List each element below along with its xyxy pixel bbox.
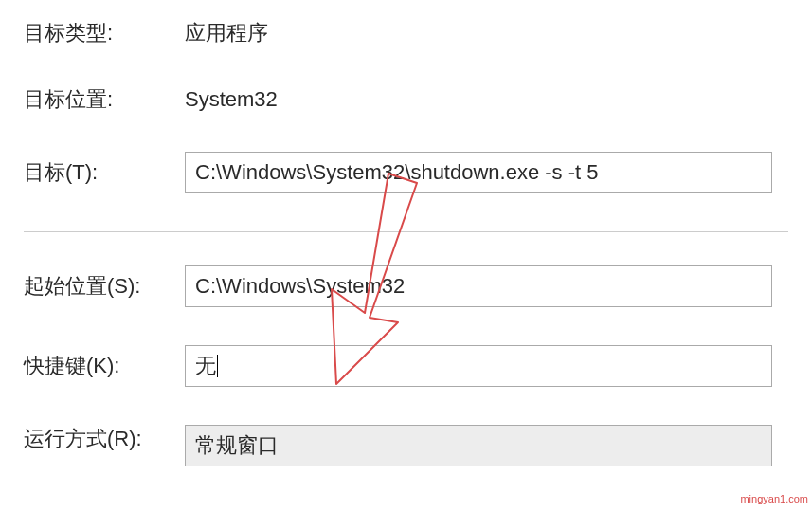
start-in-value: C:\Windows\System32 bbox=[195, 274, 405, 299]
shortcut-key-input[interactable]: 无 bbox=[185, 345, 772, 387]
target-location-row: 目标位置: System32 bbox=[24, 85, 788, 114]
start-in-row: 起始位置(S): C:\Windows\System32 bbox=[24, 265, 788, 307]
run-value: 常规窗口 bbox=[195, 431, 279, 460]
target-label: 目标(T): bbox=[24, 158, 185, 187]
run-row: 运行方式(R): 常规窗口 bbox=[24, 425, 788, 466]
target-location-label: 目标位置: bbox=[24, 85, 185, 114]
target-location-value: System32 bbox=[185, 87, 278, 112]
target-type-row: 目标类型: 应用程序 bbox=[24, 19, 788, 47]
watermark-text: mingyan1.com bbox=[740, 493, 808, 504]
target-value: C:\Windows\System32\shutdown.exe -s -t 5 bbox=[195, 160, 599, 185]
target-type-value: 应用程序 bbox=[185, 19, 268, 47]
start-in-input[interactable]: C:\Windows\System32 bbox=[185, 265, 772, 307]
target-input[interactable]: C:\Windows\System32\shutdown.exe -s -t 5 bbox=[185, 152, 772, 193]
run-label: 运行方式(R): bbox=[24, 425, 185, 453]
start-in-label: 起始位置(S): bbox=[24, 272, 185, 301]
shortcut-key-value: 无 bbox=[195, 352, 216, 380]
shortcut-key-label: 快捷键(K): bbox=[24, 352, 185, 380]
shortcut-key-row: 快捷键(K): 无 bbox=[24, 345, 788, 387]
run-select[interactable]: 常规窗口 bbox=[185, 425, 772, 466]
target-type-label: 目标类型: bbox=[24, 19, 185, 47]
section-divider bbox=[24, 231, 788, 232]
text-cursor bbox=[217, 355, 218, 377]
target-row: 目标(T): C:\Windows\System32\shutdown.exe … bbox=[24, 152, 788, 193]
